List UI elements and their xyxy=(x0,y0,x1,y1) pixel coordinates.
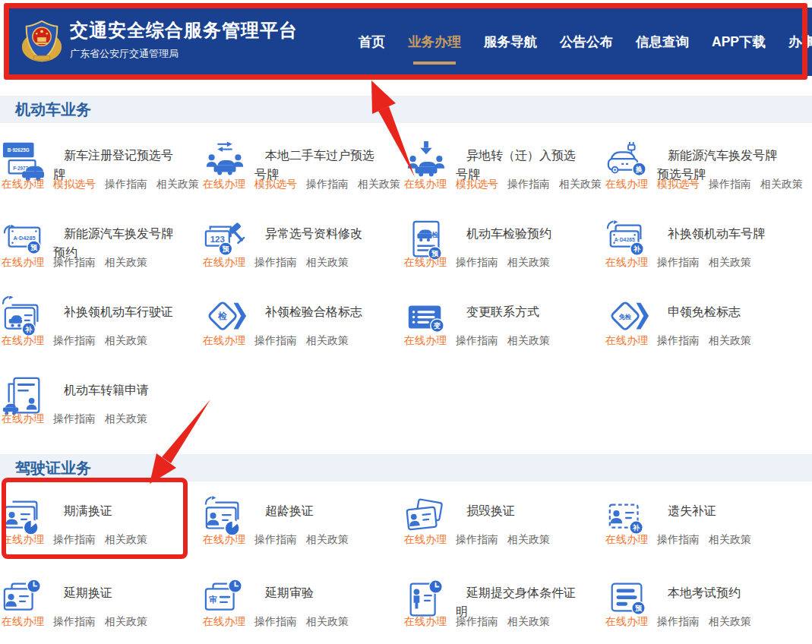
link-online[interactable]: 在线办理 xyxy=(404,178,447,191)
service-links: 在线办理模拟选号操作指南相关政策 xyxy=(605,178,803,191)
svg-text:免检: 免检 xyxy=(618,313,632,320)
link-online[interactable]: 在线办理 xyxy=(404,533,447,547)
link-guide[interactable]: 操作指南 xyxy=(456,615,498,629)
service-links: 在线办理操作指南相关政策 xyxy=(2,533,147,547)
service-title: 新能源汽车换发号牌预约 xyxy=(53,216,175,262)
service-title: 遗失补证 xyxy=(657,494,779,520)
service-card: 变变更联系方式在线办理操作指南相关政策 xyxy=(403,295,604,373)
link-guide[interactable]: 操作指南 xyxy=(53,412,96,426)
svg-text:变: 变 xyxy=(433,321,441,330)
service-links: 在线办理操作指南相关政策 xyxy=(404,256,550,270)
section-driver-license: 驾驶证业务期满换证在线办理操作指南相关政策超龄换证在线办理操作指南相关政策损毁换… xyxy=(0,454,812,644)
link-simulate[interactable]: 模拟选号 xyxy=(53,178,96,191)
link-policy[interactable]: 相关政策 xyxy=(709,334,751,348)
service-title: 机动车转籍申请 xyxy=(53,373,175,399)
link-policy[interactable]: 相关政策 xyxy=(358,178,400,191)
link-policy[interactable]: 相关政策 xyxy=(507,256,550,270)
link-guide[interactable]: 操作指南 xyxy=(254,256,297,270)
link-online[interactable]: 在线办理 xyxy=(203,615,245,629)
service-card: 补遗失补证在线办理操作指南相关政策 xyxy=(604,494,805,576)
svg-text:补: 补 xyxy=(24,325,33,333)
service-card: 机动车转籍申请在线办理操作指南相关政策 xyxy=(0,373,201,451)
link-simulate[interactable]: 模拟选号 xyxy=(456,178,498,191)
link-guide[interactable]: 操作指南 xyxy=(53,256,96,270)
section-title: 机动车业务 xyxy=(0,99,91,120)
link-online[interactable]: 在线办理 xyxy=(2,334,44,348)
link-policy[interactable]: 相关政策 xyxy=(105,334,147,348)
link-guide[interactable]: 操作指南 xyxy=(709,178,751,191)
link-guide[interactable]: 操作指南 xyxy=(53,334,96,348)
link-policy[interactable]: 相关政策 xyxy=(306,256,349,270)
link-policy[interactable]: 相关政策 xyxy=(507,533,550,547)
link-guide[interactable]: 操作指南 xyxy=(306,178,349,191)
service-title: 异地转（迁）入预选号牌 xyxy=(456,138,577,184)
link-online[interactable]: 在线办理 xyxy=(605,334,648,348)
link-policy[interactable]: 相关政策 xyxy=(709,615,751,629)
section-header-bar: 驾驶证业务 xyxy=(0,454,812,481)
link-policy[interactable]: 相关政策 xyxy=(105,256,147,270)
svg-text:预: 预 xyxy=(222,245,229,253)
link-guide[interactable]: 操作指南 xyxy=(254,533,297,547)
svg-text:检: 检 xyxy=(217,311,227,320)
link-online[interactable]: 在线办理 xyxy=(203,533,245,547)
link-online[interactable]: 在线办理 xyxy=(203,256,245,270)
link-online[interactable]: 在线办理 xyxy=(404,615,447,629)
link-policy[interactable]: 相关政策 xyxy=(709,533,751,547)
link-guide[interactable]: 操作指南 xyxy=(105,178,147,191)
link-policy[interactable]: 相关政策 xyxy=(156,178,199,191)
link-online[interactable]: 在线办理 xyxy=(404,334,447,348)
link-guide[interactable]: 操作指南 xyxy=(53,615,96,629)
link-online[interactable]: 在线办理 xyxy=(605,178,648,191)
link-online[interactable]: 在线办理 xyxy=(203,334,245,348)
link-policy[interactable]: 相关政策 xyxy=(709,256,751,270)
service-title: 损毁换证 xyxy=(456,494,577,520)
svg-text:A·D4285: A·D4285 xyxy=(13,235,35,242)
business-sections: 机动车业务B·92625GF·2977新车注册登记预选号牌在线办理模拟选号操作指… xyxy=(0,0,812,644)
link-policy[interactable]: 相关政策 xyxy=(507,334,550,348)
link-guide[interactable]: 操作指南 xyxy=(657,334,700,348)
link-online[interactable]: 在线办理 xyxy=(605,533,648,547)
link-guide[interactable]: 操作指南 xyxy=(507,178,550,191)
link-online[interactable]: 在线办理 xyxy=(2,256,44,270)
link-guide[interactable]: 操作指南 xyxy=(254,615,297,629)
link-online[interactable]: 在线办理 xyxy=(605,256,648,270)
link-guide[interactable]: 操作指南 xyxy=(254,334,297,348)
link-simulate[interactable]: 模拟选号 xyxy=(254,178,297,191)
link-online[interactable]: 在线办理 xyxy=(2,615,44,629)
link-online[interactable]: 在线办理 xyxy=(2,412,44,426)
service-links: 在线办理模拟选号操作指南相关政策 xyxy=(404,178,602,191)
service-card: 补补换领机动车行驶证在线办理操作指南相关政策 xyxy=(0,295,201,373)
link-online[interactable]: 在线办理 xyxy=(2,178,44,191)
link-policy[interactable]: 相关政策 xyxy=(105,533,147,547)
link-policy[interactable]: 相关政策 xyxy=(306,334,349,348)
link-guide[interactable]: 操作指南 xyxy=(657,256,700,270)
service-links: 在线办理操作指南相关政策 xyxy=(404,334,550,348)
card-grid: 期满换证在线办理操作指南相关政策超龄换证在线办理操作指南相关政策损毁换证在线办理… xyxy=(0,494,812,644)
link-guide[interactable]: 操作指南 xyxy=(53,533,96,547)
link-policy[interactable]: 相关政策 xyxy=(306,533,349,547)
link-online[interactable]: 在线办理 xyxy=(2,533,44,547)
card-grid: B·92625GF·2977新车注册登记预选号牌在线办理模拟选号操作指南相关政策… xyxy=(0,138,812,451)
link-guide[interactable]: 操作指南 xyxy=(456,256,498,270)
section-title: 驾驶证业务 xyxy=(0,458,91,478)
link-guide[interactable]: 操作指南 xyxy=(456,533,498,547)
link-policy[interactable]: 相关政策 xyxy=(306,615,349,629)
service-links: 在线办理操作指南相关政策 xyxy=(605,533,751,547)
link-policy[interactable]: 相关政策 xyxy=(760,178,803,191)
link-policy[interactable]: 相关政策 xyxy=(105,615,147,629)
service-links: 在线办理模拟选号操作指南相关政策 xyxy=(203,178,400,191)
link-online[interactable]: 在线办理 xyxy=(605,615,648,629)
link-simulate[interactable]: 模拟选号 xyxy=(657,178,700,191)
service-card: 本地二手车过户预选号牌在线办理模拟选号操作指南相关政策 xyxy=(201,138,403,216)
link-policy[interactable]: 相关政策 xyxy=(507,615,550,629)
svg-text:预: 预 xyxy=(30,244,38,251)
service-title: 延期换证 xyxy=(53,576,175,602)
service-title: 延期提交身体条件证明 xyxy=(456,576,577,621)
link-policy[interactable]: 相关政策 xyxy=(559,178,602,191)
link-guide[interactable]: 操作指南 xyxy=(657,615,700,629)
link-policy[interactable]: 相关政策 xyxy=(105,412,147,426)
link-guide[interactable]: 操作指南 xyxy=(456,334,498,348)
link-guide[interactable]: 操作指南 xyxy=(657,533,700,547)
link-online[interactable]: 在线办理 xyxy=(404,256,447,270)
link-online[interactable]: 在线办理 xyxy=(203,178,245,191)
